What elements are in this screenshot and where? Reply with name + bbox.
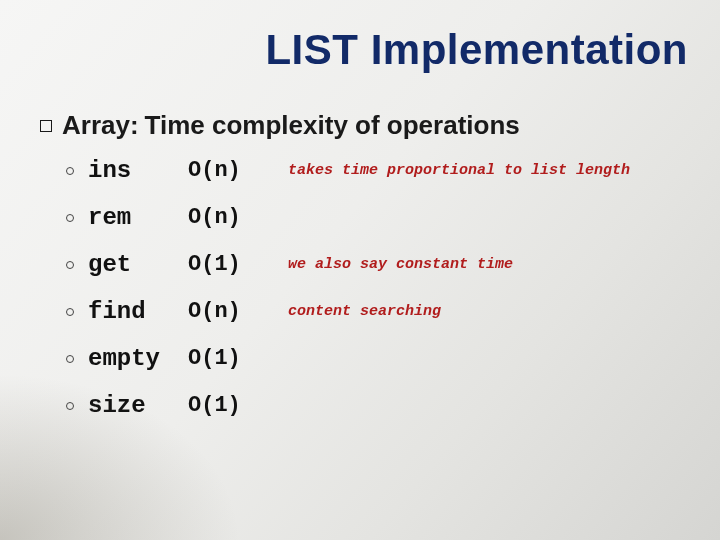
op-name: empty <box>88 345 188 372</box>
list-item: empty O(1) <box>66 345 696 372</box>
list-item: get O(1) we also say constant time <box>66 251 696 278</box>
circle-bullet-icon <box>66 261 74 269</box>
op-complexity: O(1) <box>188 252 288 277</box>
list-item: find O(n) content searching <box>66 298 696 325</box>
op-note: we also say constant time <box>288 256 513 273</box>
circle-bullet-icon <box>66 167 74 175</box>
square-bullet-icon <box>40 120 52 132</box>
list-item: size O(1) <box>66 392 696 419</box>
slide-content: Array: Time complexity of operations ins… <box>40 110 696 439</box>
op-name: get <box>88 251 188 278</box>
op-name: size <box>88 392 188 419</box>
op-note: takes time proportional to list length <box>288 162 630 179</box>
array-bullet-line: Array: Time complexity of operations <box>40 110 696 141</box>
list-item: ins O(n) takes time proportional to list… <box>66 157 696 184</box>
op-complexity: O(1) <box>188 346 288 371</box>
circle-bullet-icon <box>66 355 74 363</box>
op-name: find <box>88 298 188 325</box>
circle-bullet-icon <box>66 308 74 316</box>
array-subtitle: Time complexity of operations <box>145 110 520 141</box>
operations-list: ins O(n) takes time proportional to list… <box>66 157 696 419</box>
op-complexity: O(1) <box>188 393 288 418</box>
slide-title: LIST Implementation <box>0 26 688 74</box>
array-label: Array: <box>62 110 139 141</box>
op-complexity: O(n) <box>188 205 288 230</box>
op-name: ins <box>88 157 188 184</box>
slide: LIST Implementation Array: Time complexi… <box>0 0 720 540</box>
op-name: rem <box>88 204 188 231</box>
circle-bullet-icon <box>66 214 74 222</box>
op-note: content searching <box>288 303 441 320</box>
op-complexity: O(n) <box>188 158 288 183</box>
op-complexity: O(n) <box>188 299 288 324</box>
list-item: rem O(n) <box>66 204 696 231</box>
circle-bullet-icon <box>66 402 74 410</box>
